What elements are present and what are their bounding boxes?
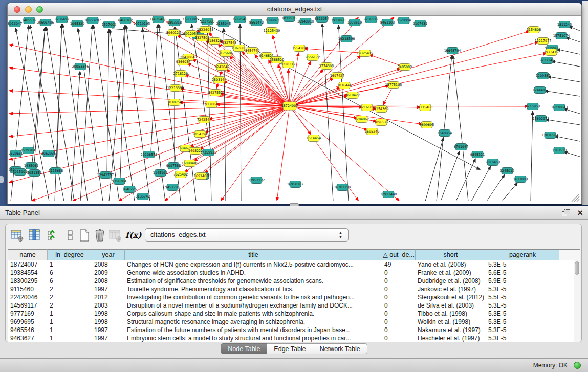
table-cell[interactable]: 9777169	[8, 310, 48, 318]
table-cell[interactable]: Structural magnetic resonance image aver…	[125, 318, 382, 326]
graph-node[interactable]: 9107431	[413, 20, 427, 27]
graph-node[interactable]: 9699695	[420, 122, 434, 128]
table-cell[interactable]: 49	[382, 260, 416, 269]
column-header-year[interactable]: year	[92, 249, 125, 260]
graph-node[interactable]: 16940910	[297, 18, 314, 25]
table-row[interactable]: 1456911722003Disruption of a novel membe…	[8, 301, 580, 310]
graph-node[interactable]: 18226058	[197, 27, 214, 33]
graph-node[interactable]: 1527002	[102, 21, 116, 28]
graph-edge[interactable]	[196, 18, 480, 170]
graph-node[interactable]: 1115688	[49, 168, 63, 174]
graph-edge[interactable]	[290, 96, 348, 106]
window-titlebar[interactable]: citations_edges.txt	[8, 3, 581, 16]
table-cell[interactable]: 0	[382, 318, 416, 326]
resize-grip-icon[interactable]	[572, 194, 579, 202]
graph-node[interactable]: 9115460	[418, 104, 432, 111]
graph-edge[interactable]	[9, 106, 290, 114]
graph-node[interactable]: 18775105	[385, 82, 402, 89]
table-cell[interactable]: 5.3E-5	[486, 301, 559, 310]
graph-node[interactable]: 1528804	[397, 17, 411, 24]
graph-edge[interactable]	[46, 27, 74, 201]
graph-node[interactable]: 12217977	[535, 38, 552, 45]
table-cell[interactable]: Jankovic et al. (1997)	[416, 285, 486, 293]
table-row[interactable]: 1938455462009Genome-wide association stu…	[8, 269, 580, 277]
graph-node[interactable]: 6466162	[118, 17, 133, 24]
graph-edge[interactable]	[441, 151, 460, 201]
scrollbar-thumb[interactable]	[575, 261, 579, 275]
table-cell[interactable]: 5.3E-5	[486, 334, 559, 342]
graph-node[interactable]: 1774303	[319, 63, 334, 70]
table-cell[interactable]: 0	[382, 334, 416, 342]
table-row[interactable]: 2242004622012Investigating the contribut…	[8, 293, 580, 301]
graph-node[interactable]: 16958107	[287, 181, 304, 188]
graph-node[interactable]: 1695249	[365, 128, 379, 135]
graph-node[interactable]: 17016504	[542, 132, 559, 139]
table-cell[interactable]: 5.5E-5	[486, 293, 559, 301]
table-cell[interactable]: 5.3E-5	[486, 285, 559, 293]
close-panel-icon[interactable]: ×	[577, 207, 583, 219]
table-cell[interactable]: Tourette syndrome. Phenomenology and cla…	[125, 285, 382, 293]
network-canvas[interactable]: 8913047140557220691406923649710653291065…	[8, 16, 581, 203]
graph-node[interactable]: 1099871	[266, 17, 280, 24]
table-row[interactable]: 946554611997Estimation of the future num…	[8, 326, 580, 334]
graph-edge[interactable]	[73, 106, 290, 201]
table-cell[interactable]: 5.9E-5	[486, 277, 559, 285]
table-cell[interactable]: 9463627	[8, 334, 48, 342]
graph-node[interactable]: 2185045	[216, 20, 231, 27]
graph-node[interactable]: 12923448	[380, 191, 397, 198]
graph-node[interactable]: 1227560	[200, 18, 214, 25]
graph-node[interactable]: 20206576	[141, 151, 158, 158]
table-cell[interactable]: Stergiakouli et al. (2012)	[416, 293, 486, 301]
graph-node[interactable]: 1212543	[233, 16, 247, 23]
graph-node[interactable]: 8135742	[136, 193, 150, 200]
graph-node[interactable]: 8427552	[208, 90, 223, 96]
table-cell[interactable]: 0	[382, 301, 416, 310]
graph-node[interactable]: 9242848	[215, 64, 229, 71]
table-cell[interactable]: Genome-wide association studies in ADHD.	[125, 269, 382, 277]
graph-node[interactable]: 9356204	[112, 178, 126, 185]
graph-node[interactable]: 8220317	[281, 61, 295, 68]
tab-edge-table[interactable]: Edge Table	[267, 343, 313, 354]
table-cell[interactable]: 2009	[92, 269, 125, 277]
graph-node[interactable]: 1167533	[552, 147, 567, 154]
graph-node[interactable]: 1697427	[330, 73, 344, 79]
graph-node[interactable]: 1640954	[438, 130, 452, 137]
graph-edge[interactable]	[62, 24, 88, 201]
graph-node[interactable]: 16635406	[150, 16, 167, 23]
column-header-in_degree[interactable]: in_degree	[48, 249, 92, 260]
table-cell[interactable]: 1	[48, 326, 92, 334]
graph-node[interactable]: 8186328	[207, 38, 222, 45]
show-columns-icon[interactable]	[27, 228, 41, 243]
table-cell[interactable]: 5.3E-5	[486, 318, 559, 326]
graph-edge[interactable]	[192, 59, 290, 106]
table-cell[interactable]: Changes of HCN gene expression and I(f) …	[125, 260, 382, 269]
graph-edge[interactable]	[205, 106, 290, 133]
tab-network-table[interactable]: Network Table	[313, 343, 367, 354]
graph-node[interactable]: 9097588	[166, 163, 181, 169]
table-cell[interactable]: Estimation of the future numbers of pati…	[125, 326, 382, 334]
graph-edge[interactable]	[200, 106, 290, 149]
graph-node[interactable]: 9556172	[306, 54, 320, 61]
table-row[interactable]: 1830029562008Estimation of significance …	[8, 277, 580, 285]
table-cell[interactable]: 0	[382, 326, 416, 334]
table-cell[interactable]: 2	[48, 293, 92, 301]
table-cell[interactable]: 9465546	[8, 326, 48, 334]
table-cell[interactable]: 1998	[92, 318, 125, 326]
graph-node[interactable]: 2718120	[173, 71, 188, 77]
graph-node[interactable]: 16648794	[444, 48, 461, 54]
table-cell[interactable]: 1	[48, 260, 92, 269]
graph-node[interactable]: 1514454	[307, 135, 321, 142]
graph-node[interactable]: 16099489	[182, 160, 199, 167]
table-cell[interactable]: Dudbridge et al. (2008)	[416, 277, 486, 285]
graph-node[interactable]: 1209387	[536, 73, 550, 79]
table-cell[interactable]: Wolkin et al. (1998)	[416, 318, 486, 326]
graph-node[interactable]: 1812530	[282, 16, 296, 22]
graph-node[interactable]: 15692971	[533, 116, 550, 122]
graph-node[interactable]: 9236512	[364, 16, 378, 23]
graph-node[interactable]: 19325419	[357, 50, 374, 57]
graph-edge[interactable]	[456, 159, 475, 201]
graph-node[interactable]: 2204067	[355, 116, 369, 123]
table-cell[interactable]: 0	[382, 293, 416, 301]
graph-edge[interactable]	[165, 106, 290, 201]
graph-edge[interactable]	[304, 49, 365, 53]
